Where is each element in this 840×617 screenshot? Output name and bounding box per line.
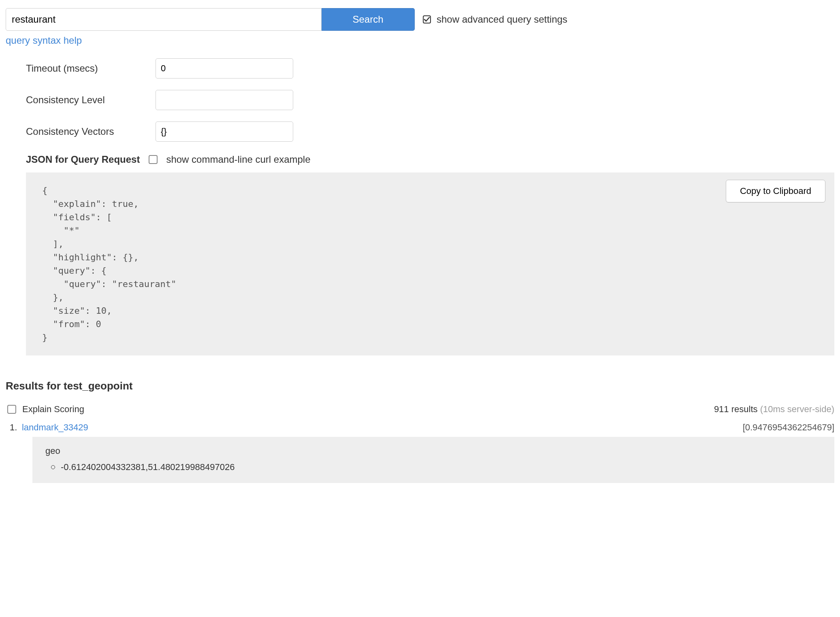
query-syntax-help-link[interactable]: query syntax help: [6, 35, 82, 46]
result-id-link[interactable]: landmark_33429: [22, 422, 88, 432]
advanced-toggle[interactable]: show advanced query settings: [423, 14, 567, 25]
json-body: { "explain": true, "fields": [ "*" ], "h…: [42, 184, 822, 344]
advanced-settings: Timeout (msecs) Consistency Level Consis…: [6, 58, 834, 142]
result-left: 1. landmark_33429: [10, 422, 88, 433]
results-heading: Results for test_geopoint: [6, 380, 834, 392]
consistency-vectors-input[interactable]: [156, 121, 293, 142]
search-group: Search: [6, 8, 415, 31]
json-section-title: JSON for Query Request: [26, 154, 140, 165]
result-fields: geo -0.612402004332381,51.48021998849702…: [32, 437, 834, 483]
result-index: 1.: [10, 422, 17, 432]
result-row: 1. landmark_33429 [0.9476954362254679]: [6, 422, 834, 437]
explain-scoring-toggle[interactable]: Explain Scoring: [6, 404, 84, 415]
curl-example-label: show command-line curl example: [166, 154, 310, 165]
timeout-row: Timeout (msecs): [26, 58, 834, 79]
curl-example-checkbox[interactable]: [149, 155, 158, 164]
results-timing-text: (10ms server-side): [760, 404, 834, 414]
json-section-header: JSON for Query Request show command-line…: [6, 154, 834, 165]
timeout-label: Timeout (msecs): [26, 63, 156, 74]
results-count-text: 911 results: [714, 404, 758, 414]
results-count: 911 results (10ms server-side): [714, 404, 834, 415]
results-meta: Explain Scoring 911 results (10ms server…: [6, 404, 834, 415]
search-button[interactable]: Search: [322, 8, 415, 31]
json-box: Copy to Clipboard { "explain": true, "fi…: [26, 172, 834, 355]
consistency-level-label: Consistency Level: [26, 94, 156, 106]
timeout-input[interactable]: [156, 58, 293, 79]
consistency-level-input[interactable]: [156, 90, 293, 110]
checkbox-checked-icon: [423, 15, 431, 23]
search-input[interactable]: [6, 8, 322, 31]
consistency-level-row: Consistency Level: [26, 90, 834, 110]
search-row: Search show advanced query settings: [6, 8, 834, 31]
results-heading-prefix: Results for: [6, 380, 64, 392]
results-index-name: test_geopoint: [64, 380, 132, 392]
bullet-icon: [51, 465, 55, 469]
explain-scoring-label: Explain Scoring: [22, 404, 84, 415]
result-score: [0.9476954362254679]: [743, 422, 834, 433]
consistency-vectors-label: Consistency Vectors: [26, 126, 156, 137]
field-name: geo: [45, 446, 824, 456]
copy-to-clipboard-button[interactable]: Copy to Clipboard: [726, 180, 825, 202]
field-value-row: -0.612402004332381,51.480219988497026: [45, 462, 824, 472]
field-value: -0.612402004332381,51.480219988497026: [61, 462, 235, 472]
explain-scoring-checkbox[interactable]: [7, 405, 16, 414]
consistency-vectors-row: Consistency Vectors: [26, 121, 834, 142]
advanced-toggle-label: show advanced query settings: [437, 14, 567, 25]
